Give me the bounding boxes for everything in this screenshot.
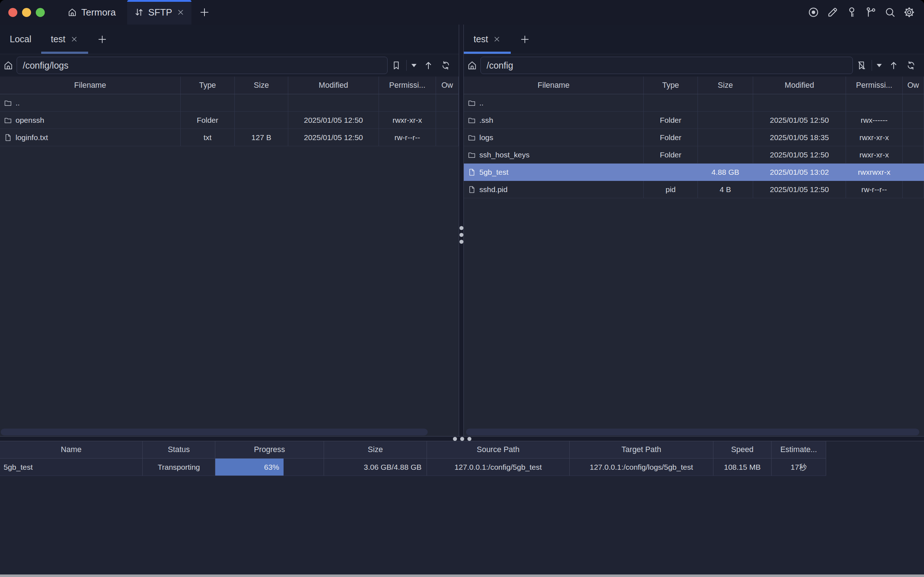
column-header-owner[interactable]: Ow [436,77,459,94]
left-toolbar [0,54,459,77]
tab-sftp[interactable]: SFTP [127,0,192,24]
transfer-row[interactable]: 5gb_test Transporting 63% 3.06 GB/4.88 G… [0,459,826,476]
toolbar-divider [872,60,872,71]
column-header-progress[interactable]: Progress [215,441,324,458]
minimize-window-button[interactable] [22,8,31,17]
chevron-down-icon [411,64,416,67]
close-icon[interactable] [70,35,78,44]
right-file-table: Filename Type Size Modified Permissi... … [464,77,924,436]
folder-icon [3,98,12,107]
key-icon[interactable] [846,6,858,18]
titlebar-actions [807,0,924,24]
settings-icon[interactable] [903,6,915,18]
file-name: sshd.pid [479,185,508,194]
record-icon[interactable] [807,6,819,18]
close-window-button[interactable] [8,8,17,17]
transfer-splitter-handle[interactable] [0,436,924,441]
new-title-tab-button[interactable] [199,0,210,24]
file-type [644,164,698,181]
column-header-type[interactable]: Type [181,77,235,94]
file-permissions: rwxr-xr-x [846,146,903,163]
table-row[interactable]: ssh_host_keys Folder 2025/01/05 12:50 rw… [464,146,924,164]
arrow-up-icon [888,60,899,71]
column-header-filename[interactable]: Filename [0,77,181,94]
file-owner [903,129,924,146]
tab-test-right[interactable]: test [464,24,511,54]
zoom-window-button[interactable] [36,8,45,17]
tab-test-left-label: test [51,34,65,44]
transfer-source-path: 127.0.0.1:/config/5gb_test [427,459,570,475]
column-header-permissions[interactable]: Permissi... [379,77,436,94]
table-row[interactable]: .ssh Folder 2025/01/05 12:50 rwx------ [464,111,924,129]
column-header-target-path[interactable]: Target Path [570,441,713,458]
column-header-source-path[interactable]: Source Path [427,441,570,458]
refresh-button-left[interactable] [437,60,455,71]
tab-termora-home[interactable]: Termora [65,0,118,24]
file-modified [288,94,379,111]
close-icon[interactable] [176,8,185,17]
transfer-estimate: 17秒 [772,459,826,475]
transfer-table: Name Status Progress Size Source Path Ta… [0,441,826,476]
column-header-owner[interactable]: Ow [903,77,924,94]
new-session-tab-button-right[interactable] [511,24,539,54]
path-input-right[interactable] [481,57,853,74]
bookmark-button-left[interactable] [388,60,405,71]
column-header-modified[interactable]: Modified [753,77,846,94]
table-row-selected[interactable]: 5gb_test 4.88 GB 2025/01/05 13:02 rwxrwx… [464,164,924,181]
column-header-status[interactable]: Status [143,441,215,458]
tab-local[interactable]: Local [0,24,41,54]
table-row[interactable]: logs Folder 2025/01/05 18:35 rwxr-xr-x [464,129,924,146]
column-header-estimate[interactable]: Estimate... [772,441,826,458]
parent-directory-button-right[interactable] [885,60,902,71]
folder-icon [468,133,476,142]
file-size [235,111,288,129]
column-header-filename[interactable]: Filename [464,77,644,94]
chevron-down-icon [877,64,882,67]
progress-label: 63% [264,463,279,472]
left-table-header: Filename Type Size Modified Permissi... … [0,77,459,94]
tab-test-left[interactable]: test [41,24,88,54]
column-header-size[interactable]: Size [324,441,427,458]
file-owner [903,181,924,198]
search-icon[interactable] [884,6,896,18]
horizontal-scrollbar[interactable] [466,429,919,435]
bookmark-dropdown-left[interactable] [408,64,420,67]
file-owner [903,146,924,163]
bookmark-button-right[interactable] [853,60,870,71]
table-row[interactable]: .. [0,94,459,111]
file-modified: 2025/01/05 13:02 [753,164,846,181]
bookmark-dropdown-right[interactable] [873,64,885,67]
file-owner [436,94,459,111]
file-permissions: rwx------ [846,111,903,129]
refresh-button-right[interactable] [902,60,920,71]
file-name: loginfo.txt [16,133,48,142]
splitter-dots-icon [460,226,463,244]
table-row[interactable]: .. [464,94,924,111]
new-session-tab-button-left[interactable] [88,24,116,54]
column-header-speed[interactable]: Speed [713,441,772,458]
table-row[interactable]: sshd.pid pid 4 B 2025/01/05 12:50 rw-r--… [464,181,924,198]
path-input-left[interactable] [17,57,388,74]
home-button[interactable] [0,60,17,71]
file-type: Folder [644,129,698,146]
file-size [698,146,753,163]
parent-directory-button-left[interactable] [420,60,437,71]
column-header-name[interactable]: Name [0,441,143,458]
file-icon [3,133,12,142]
pane-splitter-handle[interactable] [459,24,464,436]
column-header-type[interactable]: Type [644,77,698,94]
branch-icon[interactable] [865,6,877,18]
column-header-modified[interactable]: Modified [288,77,379,94]
file-permissions: rwxr-xr-x [846,129,903,146]
left-file-table: Filename Type Size Modified Permissi... … [0,77,459,436]
column-header-size[interactable]: Size [235,77,288,94]
column-header-permissions[interactable]: Permissi... [846,77,903,94]
table-row[interactable]: openssh Folder 2025/01/05 12:50 rwxr-xr-… [0,111,459,129]
edit-icon[interactable] [826,6,839,18]
column-header-size[interactable]: Size [698,77,753,94]
close-icon[interactable] [493,35,501,44]
home-button[interactable] [464,60,481,71]
horizontal-scrollbar[interactable] [1,429,428,435]
table-row[interactable]: loginfo.txt txt 127 B 2025/01/05 12:50 r… [0,129,459,146]
file-size [698,129,753,146]
